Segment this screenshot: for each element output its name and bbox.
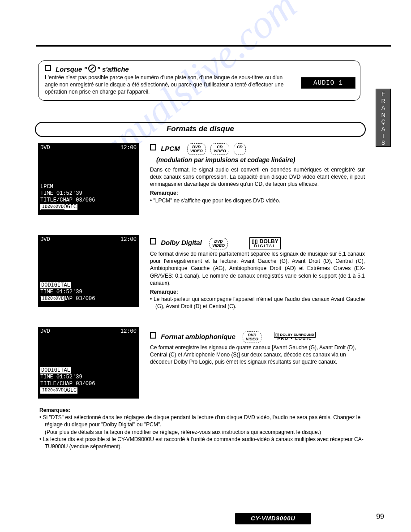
media-icons: DVD VIDÉO CD VIDÉO CD <box>187 143 246 155</box>
cd-video-icon: CD VIDÉO <box>210 143 229 155</box>
osd-line-inverse: DODIGITAL <box>40 282 71 288</box>
osd-screenshot-surround: DVD 12:00 DODIGITAL TIME 01:52'39 TITLE/… <box>38 327 139 399</box>
dolby-remarque: • Le haut-parleur qui accompagne l'appar… <box>150 296 365 310</box>
model-tag: CY-VMD9000U <box>235 513 311 524</box>
osd-line: TIME 01:52'39 <box>40 374 95 381</box>
dolby-title: Dolby Digital DVD VIDÉO ▯▯ DOLBY DIGITAL <box>150 237 365 249</box>
remarques-item-sub: (Pour plus de détails sur la façon de mo… <box>39 429 371 436</box>
surround-section: Format ambiophonique DVD VIDÉO ▯▯ DOLBY … <box>150 331 365 366</box>
remarques-item: • La lecture dts est possible si le CY-V… <box>39 436 371 450</box>
dolby-surround-logo: ▯▯ DOLBY SURROUND PRO • LOGIC <box>274 333 316 342</box>
surround-logo-bottom: PRO • LOGIC <box>278 336 313 341</box>
note-body: L'entrée n'est pas possible parce que le… <box>45 74 287 96</box>
osd-line: TIME 01:52'39 <box>40 289 95 296</box>
lpcm-subtitle: (modulation par impulsions et codage lin… <box>156 156 365 164</box>
osd-line: LPCM <box>40 184 95 190</box>
osd-line: TITLE/CHAP 03/006 <box>40 381 95 387</box>
lpcm-remarque: • "LPCM" ne s'affiche que pour les disqu… <box>150 197 365 204</box>
surround-title-text: Format ambiophonique <box>161 333 235 340</box>
language-tab: F R A N Ç A I S <box>376 89 391 147</box>
page-number: 99 <box>376 513 384 521</box>
top-rule <box>36 45 391 47</box>
checkbox-icon <box>150 238 156 245</box>
osd-footer: ID20◇DVD <box>41 296 64 301</box>
section-header: Formats de disque <box>35 122 366 137</box>
note-title-suffix: " s'affiche <box>97 65 129 73</box>
osd-clock: 12:00 <box>120 328 137 335</box>
dolby-logo-bottom: DIGITAL <box>254 244 276 248</box>
osd-screenshot-lpcm: DVD 12:00 LPCM TIME 01:52'39 TITLE/CHAP … <box>38 143 139 215</box>
osd-label-dvd: DVD <box>40 145 50 151</box>
cd-icon: CD <box>234 143 246 155</box>
osd-line: TIME 01:52'39 <box>40 190 95 197</box>
dolby-section: Dolby Digital DVD VIDÉO ▯▯ DOLBY DIGITAL… <box>150 237 365 310</box>
checkbox-icon <box>45 65 51 71</box>
remarques-item: • Si "DTS" est sélectionné dans les régl… <box>39 414 371 428</box>
dvd-video-icon: DVD VIDÉO <box>243 331 261 343</box>
remarque-label: Remarque: <box>150 288 365 296</box>
media-icons: DVD VIDÉO <box>243 331 261 343</box>
note-title: Lorsque "" s'affiche <box>45 64 354 73</box>
dvd-video-icon: DVD VIDÉO <box>187 143 206 155</box>
surround-body: Ce format enregistre les signaux de quat… <box>150 344 365 366</box>
note-title-prefix: Lorsque " <box>56 65 87 73</box>
checkbox-icon <box>150 332 156 339</box>
lpcm-title: LPCM DVD VIDÉO CD VIDÉO CD <box>150 143 365 155</box>
note-box: Lorsque "" s'affiche L'entrée n'est pas … <box>38 60 360 101</box>
lpcm-section: LPCM DVD VIDÉO CD VIDÉO CD (modulation p… <box>150 143 365 204</box>
osd-footer: ID20◇DVD <box>41 204 64 209</box>
remarque-label: Remarque: <box>150 189 365 197</box>
osd-screenshot-dolby: DVD 12:00 DODIGITAL TIME 01:52'39 TITLE/… <box>38 235 139 307</box>
osd-clock: 12:00 <box>120 145 137 151</box>
audio-indicator: AUDIO 1 <box>301 77 355 89</box>
remarques-block: Remarques: • Si "DTS" est sélectionné da… <box>39 405 371 450</box>
lpcm-title-text: LPCM <box>161 145 180 152</box>
remarques-label: Remarques: <box>39 407 371 414</box>
media-icons: DVD VIDÉO <box>209 238 228 249</box>
prohibit-icon <box>88 64 96 73</box>
manual-page: manualslive.com Lorsque "" s'affiche L'e… <box>0 0 411 532</box>
dvd-video-icon: DVD VIDÉO <box>209 238 228 249</box>
osd-label-dvd: DVD <box>40 328 50 335</box>
osd-line: TITLE/CHAP 03/006 <box>40 197 95 204</box>
osd-line-inverse: DODIGITAL <box>40 367 71 373</box>
osd-label-dvd: DVD <box>40 236 50 243</box>
dolby-digital-logo: ▯▯ DOLBY DIGITAL <box>249 237 280 249</box>
surround-title: Format ambiophonique DVD VIDÉO ▯▯ DOLBY … <box>150 331 365 343</box>
dolby-title-text: Dolby Digital <box>161 239 202 246</box>
osd-clock: 12:00 <box>120 236 137 243</box>
dolby-body: Ce format divise de manière parfaitement… <box>150 250 365 287</box>
lpcm-body: Dans ce format, le signal audio est conv… <box>150 166 365 188</box>
checkbox-icon <box>150 144 156 150</box>
osd-footer: ID20◇DVD <box>41 388 64 393</box>
